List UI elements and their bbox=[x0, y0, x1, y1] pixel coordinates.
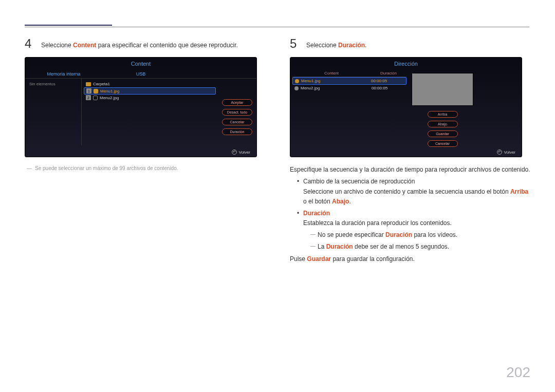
ss-footer: ↶ Volver bbox=[497, 150, 515, 155]
preview-thumbnail bbox=[412, 73, 473, 106]
ss-title: Content bbox=[25, 58, 256, 70]
text: para especificar el contenido que desee … bbox=[96, 42, 238, 49]
file-row-selected[interactable]: 1 Menu1.jpg bbox=[84, 87, 216, 95]
file-name: Menu2.jpg bbox=[100, 96, 119, 100]
text: para los vídeos. bbox=[412, 231, 457, 238]
duration-value: 00:00:05 bbox=[372, 86, 404, 90]
empty-label: Sin elementos bbox=[29, 82, 55, 86]
list-item: Duración Establezca la duración para rep… bbox=[297, 209, 530, 252]
up-button[interactable]: Arriba bbox=[428, 111, 458, 118]
ss-body: Content Duración Menu1.jpg 00:00:05 Menu… bbox=[290, 70, 522, 147]
duration-button[interactable]: Duración bbox=[222, 128, 252, 135]
text: Seleccione un archivo de contenido y cam… bbox=[303, 188, 510, 195]
cancel-button[interactable]: Cancelar bbox=[428, 140, 458, 147]
accent-text: Duración bbox=[326, 243, 353, 250]
text: Seleccione bbox=[306, 42, 338, 49]
text: o el botón bbox=[303, 198, 332, 205]
cancel-button[interactable]: Cancelar bbox=[222, 119, 252, 125]
ss-right-pane: Arriba Abajo Guardar Cancelar bbox=[409, 70, 476, 147]
duration-value: 00:00:05 bbox=[371, 79, 404, 83]
header-rule-thin bbox=[25, 27, 529, 27]
ss-tabs: Memoria interna USB bbox=[25, 70, 256, 79]
sub-list: No se puede especificar Duración para lo… bbox=[303, 230, 530, 251]
table-row[interactable]: Menu2.jpg 00:00:05 bbox=[292, 85, 406, 91]
ss-table: Content Duración Menu1.jpg 00:00:05 Menu… bbox=[290, 70, 409, 147]
accent-text: Duración bbox=[303, 210, 330, 217]
text: para guardar la configuración. bbox=[331, 255, 415, 263]
ss-body: Sin elementos Carpeta1 1 Menu1.jpg bbox=[25, 79, 256, 145]
folder-icon bbox=[86, 82, 91, 86]
text: La bbox=[318, 243, 326, 250]
text: debe ser de al menos 5 segundos. bbox=[353, 243, 449, 250]
accept-button[interactable]: Aceptar bbox=[222, 99, 252, 106]
col-content: Content bbox=[292, 71, 371, 76]
folder-row[interactable]: Carpeta1 bbox=[84, 81, 216, 87]
tab-internal-memory[interactable]: Memoria interna bbox=[25, 70, 102, 78]
return-label[interactable]: Volver bbox=[239, 150, 250, 155]
down-button[interactable]: Abajo bbox=[428, 121, 458, 127]
step-text: Seleccione Content para especificar el c… bbox=[41, 38, 238, 50]
row-number: 2 bbox=[86, 95, 91, 100]
step-number: 5 bbox=[290, 38, 299, 50]
list-item: La Duración debe ser de al menos 5 segun… bbox=[310, 242, 530, 252]
table-header: Content Duración bbox=[292, 70, 406, 77]
accent-text: Duración bbox=[338, 42, 365, 49]
ss-side-buttons: Aceptar Desact. todo Cancelar Duración bbox=[218, 79, 256, 145]
step-number: 4 bbox=[25, 38, 34, 50]
bullet-icon bbox=[295, 79, 299, 83]
bullet-list: Cambio de la secuencia de reproducción S… bbox=[290, 177, 530, 251]
file-row[interactable]: 2 Menu2.jpg bbox=[84, 95, 216, 101]
file-name: Menu1.jpg bbox=[301, 79, 320, 83]
text: Establezca la duración para reproducir l… bbox=[303, 219, 452, 227]
file-name: Menu2.jpg bbox=[301, 86, 320, 90]
ss-side-buttons: Arriba Abajo Guardar Cancelar bbox=[423, 109, 462, 147]
text: . bbox=[365, 42, 366, 49]
tab-usb[interactable]: USB bbox=[102, 70, 179, 78]
ss-footer: ↶ Volver bbox=[232, 150, 250, 155]
accent-text: Duración bbox=[385, 231, 412, 238]
row-number: 1 bbox=[86, 88, 91, 94]
screenshot-content: Content Memoria interna USB Sin elemento… bbox=[25, 57, 257, 157]
footnote: ―Se puede seleccionar un máximo de 99 ar… bbox=[25, 164, 265, 172]
paragraph: Especifique la secuencia y la duración d… bbox=[290, 164, 530, 175]
ss-file-list: Carpeta1 1 Menu1.jpg 2 Menu2.jpg bbox=[82, 79, 218, 145]
accent-text: Content bbox=[73, 42, 96, 49]
header-rule-thick bbox=[25, 25, 112, 26]
dash: ― bbox=[27, 165, 35, 171]
step-4: 4 Seleccione Content para especificar el… bbox=[25, 38, 265, 50]
page-number: 202 bbox=[506, 364, 530, 381]
save-button[interactable]: Guardar bbox=[428, 130, 458, 137]
step-5: 5 Seleccione Duración. bbox=[290, 38, 530, 50]
col-duration: Duración bbox=[371, 71, 406, 76]
checkbox-icon[interactable] bbox=[93, 96, 98, 100]
text: Seleccione bbox=[41, 42, 73, 49]
unselect-all-button[interactable]: Desact. todo bbox=[222, 109, 252, 116]
list-item: Cambio de la secuencia de reproducción S… bbox=[297, 177, 530, 207]
text: . bbox=[349, 198, 350, 205]
accent-text: Arriba bbox=[510, 188, 528, 195]
folder-name: Carpeta1 bbox=[93, 82, 110, 86]
two-column-layout: 4 Seleccione Content para especificar el… bbox=[25, 38, 530, 264]
manual-page: 4 Seleccione Content para especificar el… bbox=[0, 0, 555, 264]
checkbox-icon[interactable] bbox=[94, 89, 98, 94]
note-text: Se puede seleccionar un máximo de 99 arc… bbox=[35, 165, 178, 171]
list-item: No se puede especificar Duración para lo… bbox=[310, 230, 530, 240]
return-label[interactable]: Volver bbox=[504, 150, 515, 155]
column-right: 5 Seleccione Duración. Dirección Content… bbox=[290, 38, 530, 264]
text: No se puede especificar bbox=[318, 231, 385, 238]
bullet-icon bbox=[294, 86, 299, 90]
table-row-selected[interactable]: Menu1.jpg 00:00:05 bbox=[292, 77, 406, 85]
screenshot-direction: Dirección Content Duración Menu1.jpg 00:… bbox=[290, 57, 522, 157]
paragraph: Pulse Guardar para guardar la configurac… bbox=[290, 254, 530, 264]
tab-empty-spacer bbox=[179, 70, 256, 78]
accent-text: Guardar bbox=[307, 255, 331, 263]
text: Cambio de la secuencia de reproducción bbox=[303, 178, 415, 185]
accent-text: Abajo bbox=[332, 198, 349, 205]
column-left: 4 Seleccione Content para especificar el… bbox=[25, 38, 265, 264]
file-name: Menu1.jpg bbox=[100, 89, 119, 94]
return-icon[interactable]: ↶ bbox=[497, 150, 502, 155]
ss-title: Dirección bbox=[290, 58, 522, 70]
text: Pulse bbox=[290, 255, 307, 263]
return-icon[interactable]: ↶ bbox=[232, 150, 237, 155]
ss-left-pane: Sin elementos bbox=[25, 79, 82, 145]
